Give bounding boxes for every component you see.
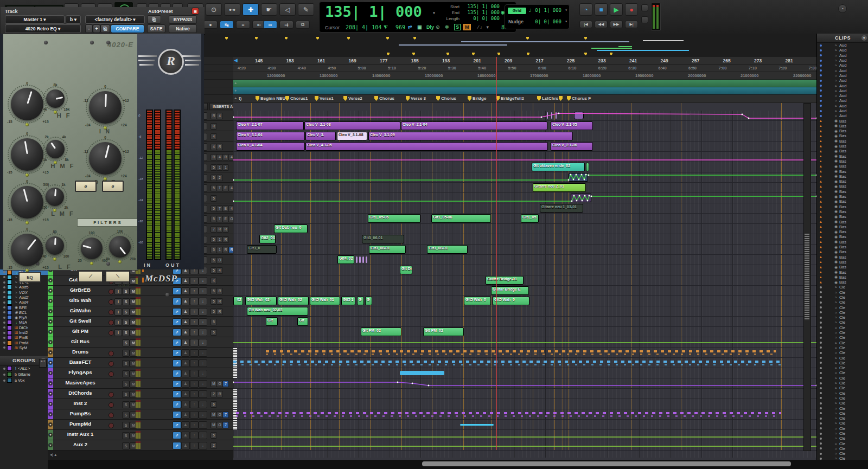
group-sort-button[interactable]: a z [39,359,47,368]
grid-caret[interactable]: ▾ [565,8,567,12]
collab-btn-2[interactable]: ↑ [190,442,199,449]
track-s-button[interactable]: S [122,309,130,316]
track-name[interactable]: GtrBrEB [54,287,106,294]
track-i-button[interactable]: I [114,309,122,316]
insert-0[interactable]: 4 [210,133,217,140]
eq-enable-button[interactable]: EQ [18,272,41,282]
track-header-gtrbreb[interactable]: ▾GtrBrEBISM⇗♟↑↓5R1 3 φV P P [48,286,233,296]
clip-list-item-audio-8[interactable]: ≈Aud [817,83,868,88]
clip-list-item-bass-11[interactable]: ◉Bas [817,174,868,179]
clip-Cleo-V_3.1-08[interactable]: Cleo V_3.1-08 [337,132,367,140]
clip-Cleo-V_2.1-07[interactable]: Cleo V_2.1-07 [236,121,304,130]
counter-badge-1[interactable]: ▣ [417,24,422,30]
knob-80-9[interactable] [46,236,64,255]
collab-btn-3[interactable]: ↓ [199,390,207,398]
marker-Bridge[interactable]: Bridge [468,96,486,101]
edit-option-1[interactable]: ● [203,21,218,29]
automation-line[interactable] [233,152,816,162]
automation-line[interactable] [233,430,816,440]
track-i-button[interactable]: I [114,329,122,336]
track-disclosure[interactable]: ▾ [48,319,53,324]
insert-2[interactable]: R [222,226,229,233]
clip-list-item-cleo-23[interactable]: ≈Cle [817,401,868,406]
track-i-button[interactable]: I [114,298,122,305]
clip-Git4-4[interactable] [366,256,367,263]
insert-1[interactable]: R [216,391,223,397]
go-to-end-button[interactable]: ▶| [625,21,638,28]
nudge-value[interactable]: 0| 0| 000 [535,19,561,24]
collab-btn-1[interactable]: ♟ [181,339,190,346]
collab-btn-0[interactable]: ⇗ [173,329,181,336]
clip-Git-PM_02[interactable]: Git PM_02 [423,327,464,336]
lane-clev_2.1[interactable]: Cleo V_2.1-07Cleo V_2.1-08Cleo V_2.1-04C… [233,121,816,131]
midi-notes-0[interactable] [233,361,781,363]
phase-button-hmf[interactable]: ø [102,181,124,192]
collab-btn-2[interactable]: ↑ [190,432,199,439]
clip-list-item-bass-26[interactable]: ◉Bas [817,249,868,254]
preset-selector[interactable]: <factory default> ▾ [85,15,145,24]
collab-btn-3[interactable]: ↓ [199,277,207,285]
track-header-gutrbrdg[interactable]: ▾GutrBrdgISM⇗♟↑↓4IB 3 φV P [48,275,233,286]
collab-btn-2[interactable]: ↑ [190,308,199,316]
track-name[interactable]: Git Bus [54,338,106,346]
clip-list-item-bass-2[interactable]: ◉Bas [817,129,868,133]
track-disclosure[interactable]: ▾ [48,402,53,406]
collab-btn-0[interactable]: ⇗ [173,380,181,388]
clip-list-item-cleo-9[interactable]: ≈Cle [817,330,868,335]
nudge-caret[interactable]: ▾ [565,19,567,24]
clip-list-item-bass-20[interactable]: ◉Bas [817,219,868,224]
clip-list-item-cleo-28[interactable]: ≈Cle [817,426,868,431]
collab-btn-3[interactable]: ↓ [199,318,207,326]
sidebar-track-SyM[interactable]: ШSyM [0,345,48,350]
clip-Cleo-V_3.1-09[interactable]: Cleo V_3.1-09 [368,132,573,140]
collab-btn-3[interactable]: ↓ [199,287,207,295]
edit-timeline[interactable]: Cleo V_2.1-07Cleo V_2.1-08Cleo V_2.1-04C… [233,103,816,460]
clip-list-item-cleo-10[interactable]: ≈Cle [817,335,868,340]
record-enable[interactable] [108,310,114,315]
track-s-button[interactable]: S [122,432,130,439]
clip-list-item-audio-7[interactable]: ≈Aud [817,78,868,83]
track-header-footer[interactable]: ◂| ▴ [48,451,233,460]
track-header-dtchords[interactable]: ▾DtChordsSM⇗♟↑↓2Rn 1 φV P P [48,389,233,399]
insert-0[interactable]: 4 [210,278,217,284]
marker-t)[interactable]: t) [239,96,241,101]
edit-option-3[interactable]: ≡ [236,21,250,29]
clip-list-item-cleo-1[interactable]: ≈Cle [817,290,868,295]
collab-btn-1[interactable]: ♟ [181,411,190,419]
track-disclosure[interactable]: ▾ [48,443,53,447]
clip-list-item-bass-27[interactable]: ◉Bas [817,254,868,259]
collab-btn-2[interactable]: ↑ [190,359,199,367]
hpf-button[interactable]: ⟋ [78,271,103,282]
clip-Guitar-Bridge-01[interactable]: Guitar Bridge-01 [486,276,524,285]
lane-git2[interactable]: Git2_04Git3_06-01 [233,234,816,245]
clip-Git3_08-01[interactable]: Git3_08-01 [427,245,468,254]
ruler-add-4[interactable]: + [234,88,237,93]
link-option-2[interactable]: ⧉ [296,21,310,29]
knob-8k-1[interactable] [46,89,65,108]
main-counter-caret[interactable]: ▾ [432,10,436,16]
clip-list-item-cleo-21[interactable]: ≈Cle [817,390,868,395]
clip-list-item-bass-4[interactable]: ◉Bas [817,139,868,144]
clip-list-item-cleo-5[interactable]: ≈Cle [817,310,868,315]
clip-list-item-bass-19[interactable]: ◉Bas [817,214,868,219]
edit-vertical-scrollbar[interactable] [803,103,811,451]
insert-0[interactable]: 5 [210,329,217,336]
track-s-button[interactable]: S [122,401,130,408]
record-enable[interactable] [108,371,114,377]
track-name[interactable]: Git PM [54,328,106,336]
record-enable[interactable] [108,320,114,325]
track-header-pumpbs[interactable]: ▾PumpBsSM⇗♟↑↓MO7n 1 φV P P [48,409,233,420]
clip-list-item-bass-17[interactable]: ◉Bas [817,204,868,209]
collab-btn-0[interactable]: ⇗ [173,287,181,295]
lane-pumpmd[interactable] [233,420,816,430]
clip-list-item-bass-8[interactable]: ◉Bas [817,159,868,164]
clip-Git1_05-06[interactable]: Git1_05-06 [431,214,491,223]
collab-btn-0[interactable]: ⇗ [173,411,181,419]
grid-button[interactable]: Grid [508,8,526,14]
clip-Git4-2[interactable] [359,256,361,263]
track-header-inst-2[interactable]: ▾Inst 2SM⇗♟↑↓6n 1 φV P P [48,399,233,409]
collab-btn-0[interactable]: ⇗ [173,401,181,408]
track-s-button[interactable]: S [122,319,130,326]
sidebar-track-PmB[interactable]: ШPmB [0,335,48,340]
collab-btn-0[interactable]: ⇗ [173,432,181,439]
